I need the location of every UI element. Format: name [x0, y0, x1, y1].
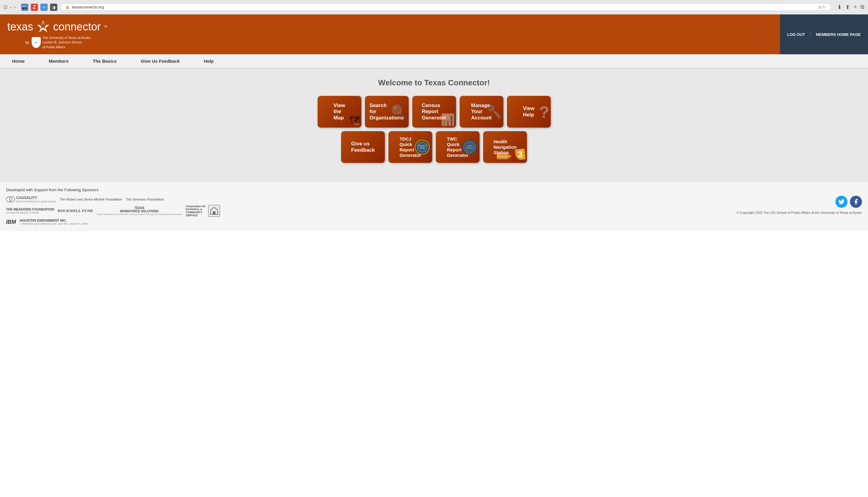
- houston-endowment-name: HOUSTON ENDOWMENT INC.: [19, 219, 88, 222]
- tile-twc-label: TWCQuickReportGenerator: [447, 136, 469, 158]
- lbj-school-text: The University of Texas at Austin Lyndon…: [43, 36, 90, 49]
- social-icons[interactable]: [737, 196, 862, 208]
- tile-census-label: CensusReportGenerator: [422, 102, 446, 121]
- causality-name: CAUSALITY: [16, 196, 56, 200]
- browser-extension-icons[interactable]: 📷 Z ≡ ◑: [21, 4, 57, 11]
- tws-sponsor: TEXASWORKFORCE SOLUTIONS Texas Workforce…: [97, 206, 182, 216]
- tile-give-feedback[interactable]: Give usFeedback: [341, 131, 385, 163]
- nav-bar[interactable]: Home Members The Basics Give Us Feedback…: [0, 54, 868, 69]
- tile-grid: ViewtheMap 🗺 Esri SearchforOrganizations…: [319, 96, 549, 163]
- houston-endowment-sponsor: HOUSTON ENDOWMENT INC. A Philanthropy En…: [19, 219, 88, 225]
- mcnair-name: The Robert and Janice McNair Foundation: [60, 198, 122, 201]
- tws-sub: Texas Workforce Commission serving Texan…: [97, 213, 182, 216]
- nav-divider: |: [810, 32, 811, 37]
- stack-extension-icon[interactable]: ≡: [40, 4, 48, 11]
- tile-tdcj-report[interactable]: TDCJQuickReportGenerator TEXAS DEPT OF C…: [388, 131, 432, 163]
- rockwell-sponsor: ROCKWELL FUND: [58, 208, 93, 213]
- main-content: Welcome to Texas Connector! ViewtheMap 🗺…: [0, 69, 868, 181]
- facebook-icon[interactable]: [850, 196, 862, 208]
- sponsor-list: CAUSALITY brand marketing for good cause…: [6, 196, 732, 225]
- meadows-sub: serving the people of Texas: [6, 211, 54, 214]
- simmons-sponsor: The Simmons Foundation: [126, 198, 164, 201]
- logo-star-icon: [35, 19, 51, 34]
- forward-button[interactable]: ›: [14, 4, 15, 10]
- sidebar-toggle-button[interactable]: ⊡: [4, 4, 8, 10]
- logo-by-text: by: [25, 40, 29, 45]
- welcome-title: Welcome to Texas Connector!: [6, 78, 862, 87]
- logo-texas: texas: [7, 20, 33, 33]
- sponsors-area: CAUSALITY brand marketing for good cause…: [6, 196, 862, 225]
- tile-view-map-icon: 🗺: [349, 114, 360, 126]
- sponsor-row-1: CAUSALITY brand marketing for good cause…: [6, 196, 732, 203]
- neighborhood-centers-icon: [209, 206, 219, 216]
- footer: Developed with Support from the Followin…: [0, 181, 868, 231]
- cncs-sponsor: Corporation forNATIONAL &COMMUNITYSERVIC…: [186, 205, 220, 217]
- browser-right-controls[interactable]: ⬇ ⬆ + ⧉: [837, 4, 864, 11]
- logo-area: texas connector ™ by UT The University o…: [0, 14, 780, 54]
- tile-census-report[interactable]: CensusReportGenerator 📊: [412, 96, 456, 128]
- logo-tm: ™: [103, 25, 108, 29]
- nav-item-help[interactable]: Help: [192, 54, 226, 68]
- nav-item-members[interactable]: Members: [37, 54, 81, 68]
- tile-search-orgs[interactable]: SearchforOrganizations 🔍: [365, 96, 409, 128]
- camera-extension-icon[interactable]: 📷: [21, 4, 28, 11]
- site-header: texas connector ™ by UT The University o…: [0, 14, 868, 54]
- tile-view-help[interactable]: ViewHelp ?: [507, 96, 551, 128]
- tile-row-2: Give usFeedback TDCJQuickReportGenerator…: [341, 131, 527, 163]
- tile-manage-account[interactable]: ManageYourAccount 🔧: [460, 96, 503, 128]
- logo-connector: connector: [53, 20, 101, 33]
- houston-endowment-sub: A Philanthropy Endowed by Mr. and Mrs. J…: [19, 222, 88, 225]
- header-nav-right[interactable]: LOG OUT | MEMBERS HOME PAGE: [780, 14, 868, 54]
- causality-sponsor: CAUSALITY brand marketing for good cause…: [6, 196, 56, 203]
- back-button[interactable]: ‹: [10, 4, 12, 10]
- nav-item-feedback[interactable]: Give Us Feedback: [129, 54, 192, 68]
- tile-feedback-label: Give usFeedback: [351, 141, 374, 153]
- twitter-icon[interactable]: [836, 196, 848, 208]
- download-button[interactable]: ⬇: [837, 4, 842, 11]
- tile-search-orgs-label: SearchforOrganizations: [369, 102, 403, 121]
- logout-link[interactable]: LOG OUT: [787, 32, 805, 37]
- members-home-link[interactable]: MEMBERS HOME PAGE: [816, 32, 861, 37]
- meadows-name: THE MEADOWS FOUNDATION: [6, 208, 54, 211]
- rockwell-name: ROCKWELL FUND: [58, 208, 93, 213]
- address-bar[interactable]: 🔒 texasconnects.org ⊞ ↻: [60, 3, 831, 11]
- tile-row-1: ViewtheMap 🗺 Esri SearchforOrganizations…: [317, 96, 551, 128]
- lock-icon: 🔒: [66, 5, 70, 9]
- meadows-sponsor: THE MEADOWS FOUNDATION serving the peopl…: [6, 208, 54, 214]
- nc-logo: [208, 205, 220, 217]
- tile-manage-label: ManageYourAccount: [471, 102, 492, 121]
- region-badge: 3: [515, 149, 526, 160]
- sponsor-row-3: IBM HOUSTON ENDOWMENT INC. A Philanthrop…: [6, 219, 732, 225]
- url-text: texasconnects.org: [72, 5, 104, 9]
- cncs-name: Corporation forNATIONAL &COMMUNITYSERVIC…: [186, 205, 206, 217]
- share-button[interactable]: ⬆: [845, 4, 850, 11]
- tws-name: TEXASWORKFORCE SOLUTIONS: [97, 206, 182, 213]
- reader-mode-icon[interactable]: ⊞ ↻: [819, 5, 826, 9]
- z-extension-icon[interactable]: Z: [31, 4, 38, 11]
- causality-sub: brand marketing for good causes: [16, 200, 56, 203]
- new-tab-button[interactable]: +: [854, 4, 857, 10]
- tile-view-map[interactable]: ViewtheMap 🗺 Esri: [317, 96, 361, 128]
- tab-overview-button[interactable]: ⧉: [860, 4, 864, 10]
- logo-text: texas connector ™: [7, 19, 773, 34]
- tile-health-nav[interactable]: HealthNavigationStation 3 REGION: [483, 131, 527, 163]
- browser-controls[interactable]: ⊡ ‹ ›: [4, 4, 16, 10]
- tile-view-map-label: ViewtheMap: [333, 102, 345, 121]
- tile-twc-report[interactable]: TWCQuickReportGenerator TEXAS WORKFORCE …: [436, 131, 480, 163]
- sponsors-title: Developed with Support from the Followin…: [6, 188, 862, 192]
- tile-health-label: HealthNavigationStation: [494, 139, 517, 155]
- lbj-shield-icon: UT: [32, 37, 41, 48]
- sponsor-row-2: THE MEADOWS FOUNDATION serving the peopl…: [6, 205, 732, 217]
- tile-help-icon: ?: [539, 102, 549, 122]
- mcnair-sponsor: The Robert and Janice McNair Foundation: [60, 198, 122, 201]
- svg-rect-17: [213, 211, 215, 214]
- ibm-sponsor: IBM: [6, 219, 16, 225]
- nav-item-basics[interactable]: The Basics: [81, 54, 129, 68]
- logo-by-lbj: by UT The University of Texas at Austin …: [25, 36, 773, 49]
- svg-text:REGION: REGION: [497, 155, 508, 158]
- browser-chrome: ⊡ ‹ › 📷 Z ≡ ◑ 🔒 texasconnects.org ⊞ ↻ ⬇ …: [0, 0, 868, 14]
- nav-item-home[interactable]: Home: [0, 54, 37, 68]
- tile-tdcj-label: TDCJQuickReportGenerator: [400, 136, 421, 158]
- lbj-logo: UT The University of Texas at Austin Lyn…: [32, 36, 90, 49]
- shield-extension-icon[interactable]: ◑: [50, 4, 57, 11]
